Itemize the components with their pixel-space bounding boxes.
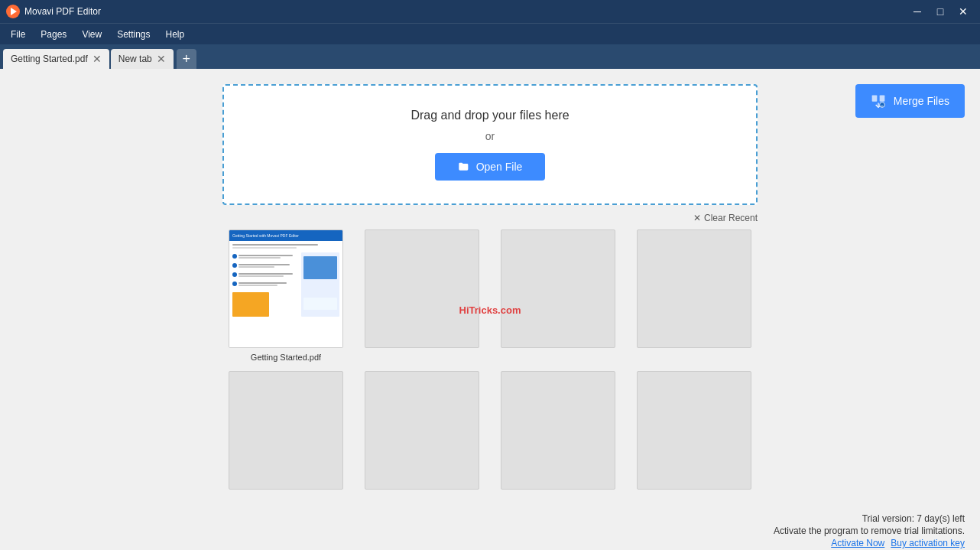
recent-item-getting-started[interactable]: Getting Started with Movavi PDF Editor bbox=[222, 229, 349, 362]
clear-recent-label: Clear Recent bbox=[704, 213, 758, 223]
recent-item-empty-6[interactable] bbox=[495, 371, 621, 494]
open-file-label: Open File bbox=[476, 161, 523, 173]
activate-prompt-text: Activate the program to remove trial lim… bbox=[774, 526, 965, 536]
menu-settings[interactable]: Settings bbox=[109, 26, 157, 43]
recent-item-empty-2[interactable] bbox=[495, 229, 621, 362]
status-links: Activate Now Buy activation key bbox=[831, 538, 965, 548]
tab-bar: Getting Started.pdf ✕ New tab ✕ + bbox=[0, 44, 980, 69]
drop-zone[interactable]: Drag and drop your files here or Open Fi… bbox=[222, 84, 758, 205]
close-button[interactable]: ✕ bbox=[952, 3, 974, 20]
recent-thumb: Getting Started with Movavi PDF Editor bbox=[229, 229, 343, 348]
window-controls: ─ □ ✕ bbox=[907, 3, 974, 20]
pdf-preview: Getting Started with Movavi PDF Editor bbox=[229, 230, 342, 347]
drop-zone-text: Drag and drop your files here bbox=[410, 109, 569, 122]
tab-label: New tab bbox=[118, 54, 152, 64]
svg-rect-3 bbox=[880, 96, 885, 102]
recent-item-empty-7[interactable] bbox=[631, 371, 758, 494]
merge-icon: + bbox=[871, 93, 886, 109]
drop-zone-or: or bbox=[485, 130, 495, 142]
recent-thumb bbox=[501, 229, 615, 348]
recent-thumb bbox=[365, 229, 479, 348]
recent-thumb bbox=[365, 371, 479, 490]
trial-text: Trial version: 7 day(s) left bbox=[862, 513, 965, 524]
status-bar: Trial version: 7 day(s) left Activate th… bbox=[0, 512, 980, 550]
tab-close-new-tab[interactable]: ✕ bbox=[157, 54, 166, 64]
app-logo-icon bbox=[6, 5, 20, 18]
tab-getting-started[interactable]: Getting Started.pdf ✕ bbox=[3, 49, 109, 69]
main-content: + Merge Files Drag and drop your files h… bbox=[0, 69, 980, 550]
tab-new-tab[interactable]: New tab ✕ bbox=[111, 49, 174, 69]
menu-bar: File Pages View Settings Help bbox=[0, 23, 980, 44]
clear-recent-button[interactable]: ✕ Clear Recent bbox=[693, 213, 758, 223]
recent-file-name: Getting Started.pdf bbox=[251, 353, 321, 362]
menu-file[interactable]: File bbox=[3, 26, 33, 43]
buy-activation-link[interactable]: Buy activation key bbox=[891, 538, 965, 548]
svg-text:+: + bbox=[881, 103, 884, 108]
menu-view[interactable]: View bbox=[74, 26, 109, 43]
recent-item-empty-3[interactable] bbox=[631, 229, 758, 362]
clear-recent-row: ✕ Clear Recent bbox=[222, 213, 758, 223]
menu-help[interactable]: Help bbox=[158, 26, 193, 43]
merge-files-button[interactable]: + Merge Files bbox=[855, 84, 965, 118]
tab-add-button[interactable]: + bbox=[177, 49, 196, 69]
tab-label: Getting Started.pdf bbox=[11, 54, 88, 64]
tab-close-getting-started[interactable]: ✕ bbox=[92, 54, 102, 64]
open-file-button[interactable]: Open File bbox=[435, 153, 546, 181]
menu-pages[interactable]: Pages bbox=[33, 26, 74, 43]
folder-icon bbox=[458, 161, 470, 173]
recent-item-empty-4[interactable] bbox=[222, 371, 349, 494]
activate-now-link[interactable]: Activate Now bbox=[831, 538, 884, 548]
recent-thumb bbox=[637, 229, 751, 348]
close-icon: ✕ bbox=[693, 213, 701, 223]
recent-thumb bbox=[229, 371, 343, 490]
recent-thumb bbox=[637, 371, 751, 490]
svg-rect-2 bbox=[872, 96, 878, 102]
app-title: Movavi PDF Editor bbox=[24, 6, 907, 17]
title-bar: Movavi PDF Editor ─ □ ✕ bbox=[0, 0, 980, 23]
recent-thumb bbox=[501, 371, 615, 490]
recent-item-empty-1[interactable] bbox=[359, 229, 485, 362]
recent-item-empty-5[interactable] bbox=[359, 371, 485, 494]
maximize-button[interactable]: □ bbox=[930, 3, 951, 20]
minimize-button[interactable]: ─ bbox=[907, 3, 928, 20]
merge-files-label: Merge Files bbox=[894, 95, 949, 107]
recent-files-grid: Getting Started with Movavi PDF Editor bbox=[222, 229, 758, 494]
